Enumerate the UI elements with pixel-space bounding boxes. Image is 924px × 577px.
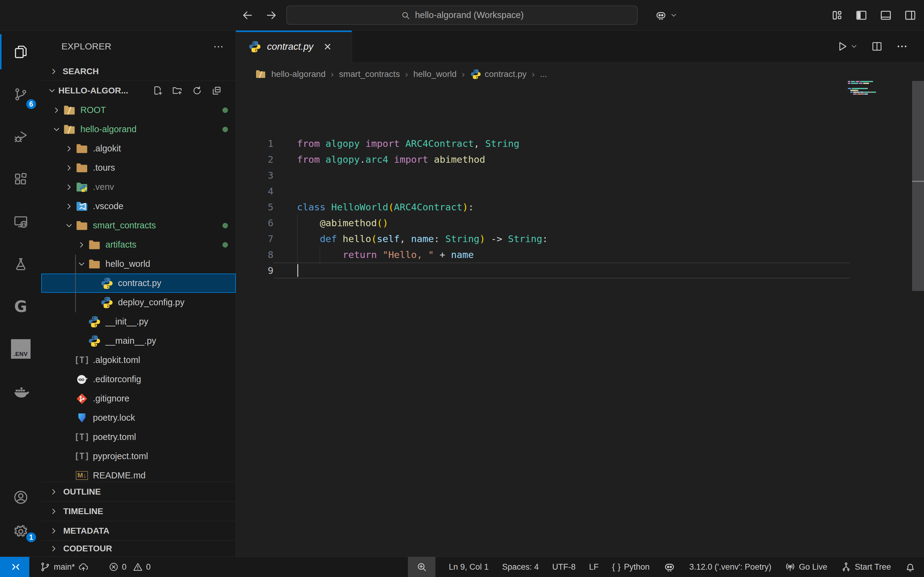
copilot-menu[interactable] bbox=[654, 0, 678, 31]
tree-item-artifacts[interactable]: artifacts bbox=[41, 235, 236, 254]
activity-item-settings[interactable]: 1 bbox=[0, 514, 41, 549]
status-encoding[interactable]: UTF-8 bbox=[552, 562, 576, 572]
chevron-right-icon bbox=[49, 507, 58, 516]
tree-item-smart-contracts[interactable]: smart_contracts bbox=[41, 216, 236, 235]
status-language-mode[interactable]: { }Python bbox=[612, 562, 649, 572]
remote-indicator[interactable] bbox=[0, 557, 29, 577]
navigate-forward-icon[interactable] bbox=[265, 8, 278, 22]
status-copilot[interactable] bbox=[663, 561, 676, 573]
customize-layout-icon[interactable] bbox=[830, 9, 843, 22]
code-editor[interactable]: 1from algopy import ARC4Contract, String… bbox=[236, 86, 924, 279]
activity-item-docker[interactable] bbox=[0, 370, 41, 413]
new-file-button[interactable] bbox=[152, 85, 163, 96]
chevron-down-icon[interactable] bbox=[850, 42, 858, 50]
activity-item-explorer[interactable] bbox=[0, 31, 41, 73]
collapse-folders-button[interactable] bbox=[211, 85, 222, 96]
activity-item-source-control[interactable]: 6 bbox=[0, 73, 41, 115]
breadcrumb-item-hello-algorand[interactable]: hello-algorand bbox=[271, 69, 325, 79]
activity-item-accounts[interactable] bbox=[0, 480, 41, 514]
more-actions-button[interactable] bbox=[896, 40, 908, 53]
tree-item-hello-algorand[interactable]: hello-algorand bbox=[41, 120, 236, 139]
status-git-branch[interactable]: main* bbox=[40, 561, 89, 572]
activity-item-extensions[interactable] bbox=[0, 158, 41, 200]
toggle-panel-icon[interactable] bbox=[879, 9, 892, 22]
docker-icon bbox=[13, 383, 29, 400]
activity-item-algokit[interactable]: G bbox=[0, 285, 41, 327]
activity-item-dotenv[interactable]: .ENV bbox=[0, 327, 41, 370]
tree-item-algokit-toml[interactable]: [T].algokit.toml bbox=[41, 350, 236, 370]
status-end-of-line[interactable]: LF bbox=[589, 562, 599, 572]
status-indentation[interactable]: Spaces: 4 bbox=[502, 562, 539, 572]
tree-item-label: README.md bbox=[93, 471, 145, 480]
hexagon-g-icon: G bbox=[14, 297, 27, 316]
status-zoom[interactable] bbox=[408, 557, 435, 577]
tree-item-algokit[interactable]: .algokit bbox=[41, 139, 236, 158]
editor-actions bbox=[352, 31, 924, 63]
tree-item-label: pyproject.toml bbox=[93, 451, 148, 461]
tree-item-poetry-toml[interactable]: [T]poetry.toml bbox=[41, 427, 236, 446]
tree-item-editorconfig[interactable]: .editorconfig bbox=[41, 370, 236, 389]
folder-icon bbox=[88, 238, 101, 251]
sidebar-section-timeline[interactable]: TIMELINE bbox=[41, 501, 236, 521]
close-tab-icon[interactable]: × bbox=[324, 40, 331, 53]
split-editor-button[interactable] bbox=[871, 40, 883, 53]
sidebar-section-outline[interactable]: OUTLINE bbox=[41, 482, 236, 501]
status-start-tree[interactable]: Start Tree bbox=[841, 561, 891, 572]
chevron-right-icon bbox=[49, 544, 58, 553]
tree-item-contract-py[interactable]: contract.py bbox=[41, 274, 236, 293]
refresh-explorer-button[interactable] bbox=[192, 85, 203, 96]
toggle-primary-sidebar-icon[interactable] bbox=[855, 9, 868, 22]
sidebar-section-search[interactable]: SEARCH bbox=[41, 62, 236, 81]
breadcrumb-item-hello-world[interactable]: hello_world bbox=[414, 69, 457, 79]
breadcrumb-item-contract-py[interactable]: contract.py bbox=[470, 68, 527, 80]
python-icon bbox=[100, 277, 114, 290]
tree-item-vscode[interactable]: .vscode bbox=[41, 197, 236, 216]
editor-scrollbar[interactable] bbox=[912, 81, 924, 291]
views-and-more-actions-icon[interactable]: ⋯ bbox=[213, 40, 225, 53]
python-icon bbox=[100, 296, 114, 309]
command-center[interactable]: hello-algorand (Workspace) bbox=[286, 5, 638, 25]
breadcrumb-item--[interactable]: ... bbox=[540, 69, 547, 79]
tree-item-pyproject-toml[interactable]: [T]pyproject.toml bbox=[41, 446, 236, 466]
tree-item-venv[interactable]: .venv bbox=[41, 177, 236, 197]
tree-item-gitignore[interactable]: .gitignore bbox=[41, 389, 236, 408]
breadcrumb-item-smart-contracts[interactable]: smart_contracts bbox=[339, 69, 400, 79]
breadcrumb-item[interactable] bbox=[255, 68, 267, 80]
status-cursor-position[interactable]: Ln 9, Col 1 bbox=[449, 562, 489, 572]
activity-item-run-and-debug[interactable] bbox=[0, 115, 41, 158]
git-modified-dot bbox=[223, 242, 228, 248]
badge: 1 bbox=[25, 532, 37, 543]
activity-item-testing[interactable] bbox=[0, 243, 41, 285]
status-notifications[interactable] bbox=[905, 561, 916, 573]
tree-item-main-py[interactable]: __main__.py bbox=[41, 331, 236, 350]
minimap[interactable] bbox=[848, 81, 884, 100]
tree-item-hello-world[interactable]: hello_world bbox=[41, 254, 236, 274]
remote-explorer-icon bbox=[13, 214, 28, 229]
chevron-down-icon bbox=[47, 86, 57, 95]
tree-item-deploy-config-py[interactable]: deploy_config.py bbox=[41, 293, 236, 312]
new-folder-button[interactable] bbox=[172, 85, 183, 96]
status-python-interpreter[interactable]: 3.12.0 ('.venv': Poetry) bbox=[689, 562, 771, 572]
tree-item-tours[interactable]: .tours bbox=[41, 158, 236, 177]
tree-item-init-py[interactable]: __init__.py bbox=[41, 312, 236, 331]
bell-icon bbox=[905, 561, 916, 573]
activity-item-remote-explorer[interactable] bbox=[0, 200, 41, 243]
status-go-live[interactable]: Go Live bbox=[785, 561, 827, 572]
status-problems-warnings[interactable]: 0 bbox=[132, 562, 151, 572]
beaker-icon bbox=[13, 256, 28, 272]
toggle-secondary-sidebar-icon[interactable] bbox=[904, 9, 917, 22]
status-problems-errors[interactable]: 0 bbox=[108, 562, 126, 572]
tab-contract-py[interactable]: contract.py × bbox=[236, 31, 352, 63]
tree-item-label: .venv bbox=[93, 182, 114, 192]
copilot-icon bbox=[654, 9, 667, 22]
run-python-file-button[interactable] bbox=[836, 40, 858, 53]
navigate-back-icon[interactable] bbox=[241, 8, 254, 22]
tab-strip: contract.py × bbox=[236, 31, 924, 63]
sidebar-section-metadata[interactable]: METADATA bbox=[41, 521, 236, 540]
workspace-folder-header[interactable]: HELLO-ALGOR... bbox=[41, 81, 236, 100]
tree-item-root[interactable]: ROOT bbox=[41, 100, 236, 120]
sidebar-section-codetour[interactable]: CODETOUR bbox=[41, 540, 236, 556]
code-line-5: 5class HelloWorld(ARC4Contract): bbox=[236, 199, 924, 215]
tree-item-poetry-lock[interactable]: poetry.lock bbox=[41, 408, 236, 427]
tree-item-label: artifacts bbox=[105, 240, 137, 250]
